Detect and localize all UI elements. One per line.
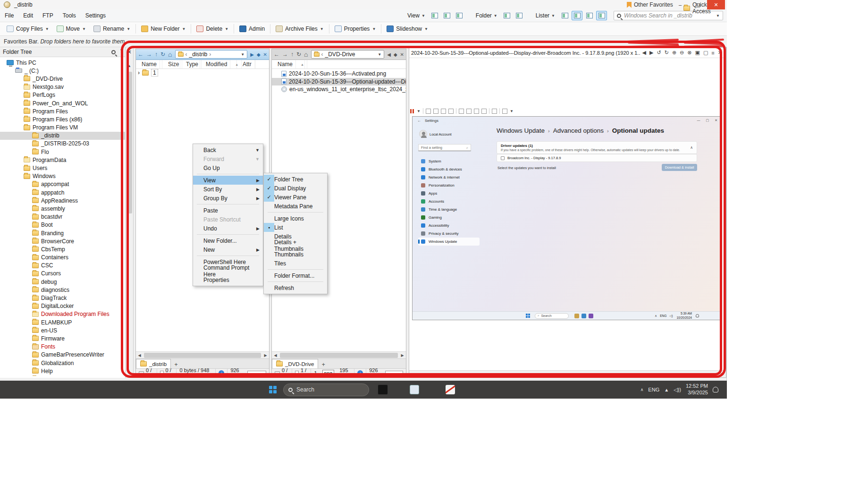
- tree-item-en-us[interactable]: en-US: [0, 326, 125, 334]
- zoom-out-icon[interactable]: ⊖: [680, 50, 684, 56]
- notification-bell-icon[interactable]: [713, 387, 718, 392]
- slideshow-button[interactable]: Slideshow▼: [383, 23, 432, 34]
- rotate-left-icon[interactable]: ↺: [657, 50, 661, 56]
- folder-row-1[interactable]: ›1: [136, 69, 269, 77]
- pane-close-icon[interactable]: ✕: [400, 52, 404, 57]
- tree-item-fonts[interactable]: Fonts: [0, 343, 125, 351]
- tree-scrollbar[interactable]: ✕ ▲: [126, 47, 134, 378]
- menu-item-undo[interactable]: Undo▶: [193, 224, 263, 233]
- lister-dual-pane-icon[interactable]: [572, 11, 582, 20]
- left-hscrollbar[interactable]: ◀ ▶: [136, 351, 269, 358]
- tree-item--dvd-drive[interactable]: _DVD-Drive: [0, 75, 125, 83]
- new-folder-button[interactable]: New Folder▼: [137, 23, 189, 34]
- tray-chevron-icon[interactable]: ∧: [640, 387, 644, 392]
- forward-icon[interactable]: →: [146, 51, 152, 58]
- tree-item-cbstemp[interactable]: CbsTemp: [0, 245, 125, 253]
- taskbar-search[interactable]: Search: [283, 383, 369, 396]
- menu-item-properties[interactable]: Properties: [193, 275, 263, 284]
- expander-icon[interactable]: ›: [138, 69, 140, 76]
- scrollbar-thumb[interactable]: [126, 72, 132, 213]
- prev-image-icon[interactable]: ◀: [642, 50, 646, 56]
- admin-button[interactable]: Admin: [236, 23, 269, 34]
- tree-item-flo[interactable]: Flo: [0, 148, 125, 156]
- rename-button[interactable]: Rename▼: [90, 23, 134, 34]
- fit-window-icon[interactable]: ▣: [695, 50, 700, 56]
- tree-item-windows[interactable]: Windows: [0, 172, 125, 180]
- zoom-reset-icon[interactable]: ⊗: [687, 50, 691, 56]
- tray-app-media-icon[interactable]: [446, 385, 455, 394]
- delete-button[interactable]: Delete▼: [193, 23, 232, 34]
- menu-settings[interactable]: Settings: [81, 10, 110, 21]
- scroll-right-icon[interactable]: ▶: [262, 353, 269, 358]
- menu-item-sort-by[interactable]: Sort By▶: [193, 185, 263, 194]
- info-icon[interactable]: i: [219, 370, 224, 376]
- scroll-left-icon[interactable]: ◀: [136, 353, 143, 358]
- pane-close-icon[interactable]: ✕: [263, 52, 267, 57]
- tree-item-globalization[interactable]: Globalization: [0, 359, 125, 367]
- tree-item-program-files-x86-[interactable]: Program Files (x86): [0, 115, 125, 123]
- rotate-page-icon[interactable]: [481, 109, 487, 114]
- lister-dropdown[interactable]: Lister▼: [533, 12, 557, 19]
- refresh-icon[interactable]: ↻: [296, 51, 301, 58]
- tree-item-digitallocker[interactable]: DigitalLocker: [0, 302, 125, 310]
- submenu-item-tiles[interactable]: Tiles: [264, 259, 327, 268]
- print-icon[interactable]: [426, 109, 431, 114]
- fit-page-icon[interactable]: [474, 109, 479, 114]
- submenu-item-list[interactable]: ●List: [264, 223, 327, 232]
- tree-item-gamebarpresencewriter[interactable]: GameBarPresenceWriter: [0, 351, 125, 359]
- history-icon[interactable]: [433, 109, 438, 114]
- column-header-attr[interactable]: Attr: [237, 60, 256, 68]
- view-details-icon[interactable]: [430, 11, 440, 20]
- scroll-left-icon[interactable]: ◀: [272, 353, 279, 358]
- close-tree-icon[interactable]: ✕: [126, 49, 133, 55]
- file-row[interactable]: en-us_windows_11_iot_enterprise_ltsc_202…: [272, 85, 406, 94]
- submenu-item-folder-tree[interactable]: ✓Folder Tree: [264, 175, 327, 184]
- tree-item-this-pc[interactable]: This PC: [0, 59, 125, 67]
- info-icon[interactable]: i: [357, 370, 363, 376]
- start-button[interactable]: [269, 386, 277, 393]
- tree-item-appcompat[interactable]: appcompat: [0, 180, 125, 188]
- up-icon[interactable]: ↑: [155, 51, 158, 58]
- folder-panel-icon[interactable]: [514, 11, 525, 20]
- viewer-hscrollbar[interactable]: ◀ ▶: [409, 370, 726, 377]
- column-header-size[interactable]: Size: [162, 60, 180, 68]
- rotate-right-icon[interactable]: ↻: [665, 50, 669, 56]
- other-favorites-button[interactable]: Other Favorites: [627, 1, 673, 8]
- menu-item-group-by[interactable]: Group By▶: [193, 194, 263, 203]
- tree-item-firmware[interactable]: Firmware: [0, 334, 125, 342]
- tree-item-browsercore[interactable]: BrowserCore: [0, 237, 125, 245]
- pane-swap-icon[interactable]: ◆: [257, 52, 261, 57]
- tree-item-diagnostics[interactable]: diagnostics: [0, 286, 125, 294]
- tree-item-apppatch[interactable]: apppatch: [0, 188, 125, 196]
- lister-viewer-icon[interactable]: [596, 11, 607, 20]
- tree-search-icon[interactable]: [111, 50, 116, 54]
- up-icon[interactable]: ↑: [291, 51, 294, 58]
- new-tab-button[interactable]: +: [319, 361, 328, 368]
- next-image-icon[interactable]: ▶: [649, 50, 653, 56]
- menu-item-go-up[interactable]: Go Up: [193, 163, 263, 172]
- tab-dvd-drive[interactable]: _DVD-Drive: [272, 359, 318, 368]
- tree-item-branding[interactable]: Branding: [0, 229, 125, 237]
- tree-item-nexstgo-sav[interactable]: Nexstgo.sav: [0, 83, 125, 91]
- submenu-item-large-icons[interactable]: Large Icons: [264, 214, 327, 223]
- console-icon[interactable]: [492, 109, 497, 114]
- scroll-up-icon[interactable]: ▲: [126, 64, 133, 68]
- menu-edit[interactable]: Edit: [18, 10, 38, 21]
- left-breadcrumb[interactable]: ‹_distrib› ▼: [175, 50, 248, 59]
- tree-item--distrib-2025-03[interactable]: _DISTRIB-2025-03: [0, 140, 125, 148]
- tree-item-identitycrl[interactable]: IdentityCRL: [0, 375, 125, 376]
- full-size-icon[interactable]: ▢: [703, 50, 708, 56]
- copy-files-button[interactable]: Copy Files▼: [3, 23, 53, 34]
- tree-item-diagtrack[interactable]: DiagTrack: [0, 294, 125, 302]
- lister-list-icon[interactable]: [559, 11, 570, 20]
- tree-item-program-files[interactable]: Program Files: [0, 107, 125, 115]
- chevron-down-icon[interactable]: ▼: [241, 52, 244, 57]
- scroll-right-icon[interactable]: ▶: [399, 353, 406, 358]
- refresh-icon[interactable]: ↻: [160, 51, 165, 58]
- submenu-item-details-thumbnails[interactable]: Details + Thumbnails: [264, 241, 327, 250]
- split-horizontal-icon[interactable]: [466, 109, 472, 114]
- lister-tree-icon[interactable]: [584, 11, 595, 20]
- zoom-in-icon[interactable]: ⊕: [672, 50, 676, 56]
- clock-date[interactable]: 3/9/2025: [688, 390, 708, 395]
- move-button[interactable]: Move▼: [53, 23, 90, 34]
